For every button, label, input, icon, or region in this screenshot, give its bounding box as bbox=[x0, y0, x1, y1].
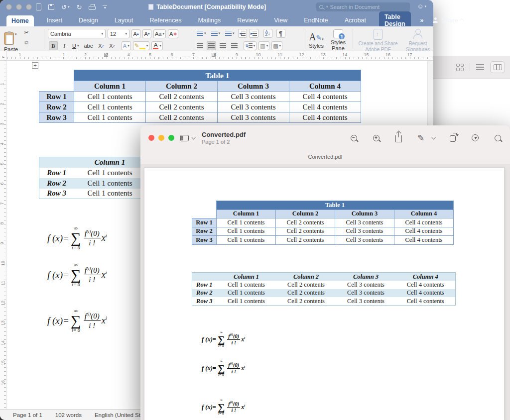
sort-button[interactable]: AZ↓ bbox=[263, 29, 272, 38]
undo-icon[interactable]: ↺▾ bbox=[61, 3, 69, 11]
corner-spacer[interactable] bbox=[39, 157, 74, 168]
row-header[interactable]: Row 1 bbox=[39, 168, 74, 178]
minimize-button[interactable] bbox=[158, 135, 164, 141]
table-move-handle[interactable]: + bbox=[32, 62, 38, 69]
list-view-icon[interactable] bbox=[476, 64, 484, 70]
numbered-list-button[interactable]: ▾ bbox=[210, 29, 222, 38]
styles-pane-button[interactable]: ¶ StylesPane bbox=[331, 28, 346, 51]
justify-button[interactable] bbox=[230, 41, 239, 50]
column-header[interactable]: Column 2 bbox=[146, 81, 218, 92]
grid-view-icon[interactable] bbox=[456, 64, 464, 71]
tab-references[interactable]: References bbox=[146, 15, 185, 25]
line-spacing-button[interactable]: ⇅▾ bbox=[244, 41, 256, 50]
tab-insert[interactable]: Insert bbox=[43, 15, 66, 25]
table-cell[interactable]: Cell 1 contents bbox=[74, 92, 146, 102]
vertical-ruler[interactable]: 12345678910111213141516 bbox=[0, 61, 7, 409]
table-cell[interactable]: Cell 3 contents bbox=[218, 102, 289, 112]
styles-button[interactable]: A✎▾ Styles bbox=[309, 31, 324, 49]
print-icon[interactable] bbox=[89, 4, 96, 10]
equation-3[interactable]: f (x)=∞∑i= 0f(i)(0)i !xi bbox=[47, 309, 107, 333]
word-count-status[interactable]: 102 words bbox=[55, 412, 82, 418]
share-button[interactable] bbox=[394, 133, 403, 142]
zoom-button[interactable] bbox=[26, 4, 32, 10]
request-signatures-button[interactable]: RequestSignatures bbox=[401, 29, 434, 52]
shrink-font-button[interactable]: A▾ bbox=[142, 29, 151, 38]
clear-formatting-button[interactable]: A⬥ bbox=[168, 29, 178, 38]
zoom-out-button[interactable]: − bbox=[349, 133, 358, 142]
row-header[interactable]: Row 2 bbox=[39, 102, 74, 112]
grow-font-button[interactable]: A▴ bbox=[131, 29, 140, 38]
row-header[interactable]: Row 2 bbox=[39, 178, 74, 189]
column-header[interactable]: Column 4 bbox=[289, 81, 361, 92]
increase-indent-button[interactable]: ▸ bbox=[249, 29, 258, 38]
table-cell[interactable]: Cell 2 contents bbox=[146, 102, 218, 112]
highlight-button[interactable] bbox=[471, 133, 480, 142]
rotate-button[interactable] bbox=[448, 133, 457, 142]
font-size-combo[interactable]: 12▾ bbox=[108, 29, 129, 38]
table-cell[interactable]: Cell 3 contents bbox=[218, 92, 289, 102]
search-button[interactable] bbox=[493, 133, 502, 142]
show-marks-button[interactable]: ¶ bbox=[276, 29, 285, 38]
tab-endnote[interactable]: EndNote bbox=[300, 15, 332, 25]
paste-button[interactable]: ▾ Paste bbox=[4, 32, 18, 52]
row-header[interactable]: Row 3 bbox=[39, 189, 74, 199]
tab-overflow-chevron[interactable]: » bbox=[420, 17, 423, 24]
align-right-button[interactable] bbox=[218, 41, 228, 50]
strikethrough-button[interactable]: abe bbox=[82, 41, 94, 50]
table-cell[interactable]: Cell 1 contents bbox=[74, 189, 146, 199]
close-button[interactable] bbox=[6, 4, 12, 10]
close-button[interactable] bbox=[148, 135, 154, 141]
create-share-adobe-pdf-button[interactable]: Create and ShareAdobe PDF bbox=[357, 29, 399, 52]
highlight-button[interactable]: ✎▾ bbox=[133, 41, 150, 50]
align-center-button[interactable] bbox=[207, 41, 216, 50]
equation-1[interactable]: f (x)=∞∑i= 0f(i)(0)i !xi bbox=[47, 226, 107, 250]
shading-button[interactable]: ▥▾ bbox=[258, 41, 269, 50]
align-left-button[interactable] bbox=[195, 41, 205, 50]
change-case-button[interactable]: Aa▾ bbox=[153, 29, 166, 38]
ribbon-collapse-icon[interactable] bbox=[459, 18, 464, 23]
tab-review[interactable]: Review bbox=[234, 15, 261, 25]
corner-spacer[interactable] bbox=[39, 70, 74, 81]
table-cell[interactable]: Cell 1 contents bbox=[74, 102, 146, 112]
italic-button[interactable]: I bbox=[60, 41, 69, 50]
markup-button[interactable]: ✎ bbox=[416, 133, 425, 142]
subscript-button[interactable]: X2 bbox=[97, 41, 106, 50]
preview-content-area[interactable]: Table 1Column 1Column 2Column 3Column 4R… bbox=[140, 164, 510, 420]
cut-icon[interactable]: ✂ bbox=[22, 28, 31, 37]
table[interactable]: Table 1Column 1Column 2Column 3Column 4R… bbox=[39, 70, 361, 123]
column-header[interactable]: Column 3 bbox=[218, 81, 289, 92]
sidebar-toggle-icon[interactable] bbox=[180, 135, 189, 141]
table-cell[interactable]: Cell 4 contents bbox=[289, 112, 361, 123]
text-effects-button[interactable]: A▾ bbox=[122, 41, 131, 50]
table-title[interactable]: Table 1 bbox=[74, 70, 361, 81]
tab-design[interactable]: Design bbox=[75, 15, 102, 25]
redo-icon[interactable]: ↻ bbox=[76, 3, 82, 11]
zoom-button[interactable] bbox=[168, 135, 174, 141]
table-cell[interactable]: Cell 2 contents bbox=[146, 92, 218, 102]
row-header[interactable]: Row 1 bbox=[39, 92, 74, 102]
tab-home[interactable]: Home bbox=[6, 15, 34, 26]
borders-button[interactable]: ▩▾ bbox=[271, 41, 282, 50]
save-icon[interactable] bbox=[48, 4, 54, 10]
copy-icon[interactable]: ⧉ bbox=[22, 38, 31, 47]
table-cell[interactable]: Cell 1 contents bbox=[74, 112, 146, 123]
minimize-button[interactable] bbox=[16, 4, 22, 10]
corner-spacer[interactable] bbox=[39, 81, 74, 92]
table-cell[interactable]: Cell 4 contents bbox=[289, 92, 361, 102]
feedback-smiley-icon[interactable]: ☺▾ bbox=[417, 2, 426, 10]
markup-chevron-icon[interactable] bbox=[431, 135, 435, 139]
tab-selector[interactable]: ⌞ bbox=[0, 51, 7, 61]
bold-button[interactable]: B bbox=[49, 41, 58, 50]
sidebar-chevron-icon[interactable] bbox=[191, 135, 195, 139]
new-document-icon[interactable] bbox=[36, 3, 41, 10]
page-count-status[interactable]: Page 1 of 1 bbox=[13, 412, 42, 418]
table-cell[interactable]: Cell 4 contents bbox=[289, 102, 361, 112]
zoom-in-button[interactable]: + bbox=[372, 133, 381, 142]
underline-button[interactable]: U▾ bbox=[71, 41, 80, 50]
superscript-button[interactable]: X2 bbox=[108, 41, 117, 50]
table-cell[interactable]: Cell 1 contents bbox=[74, 168, 146, 178]
table-cell[interactable]: Cell 2 contents bbox=[146, 112, 218, 123]
tab-acrobat[interactable]: Acrobat bbox=[341, 15, 370, 25]
font-color-button[interactable]: A▾ bbox=[151, 41, 163, 50]
font-name-combo[interactable]: Cambria▾ bbox=[48, 29, 106, 38]
